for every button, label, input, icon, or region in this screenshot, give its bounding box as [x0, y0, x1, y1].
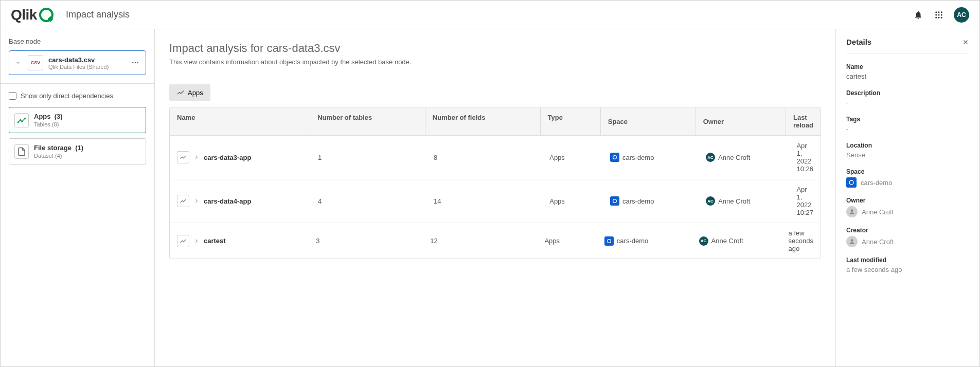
detail-name-label: Name: [846, 63, 969, 70]
row-num-fields: 12: [423, 231, 537, 251]
sidebar-item-label: Apps: [34, 113, 51, 120]
person-icon: [846, 236, 858, 247]
apps-table: Name Number of tables Number of fields T…: [169, 107, 821, 259]
person-icon: [846, 206, 858, 217]
col-num-tables[interactable]: Number of tables: [310, 107, 425, 135]
row-name: cartest: [204, 237, 226, 245]
svg-point-3: [935, 14, 937, 15]
svg-point-10: [135, 62, 136, 64]
col-space[interactable]: Space: [600, 107, 696, 135]
direct-deps-label: Show only direct dependencies: [21, 92, 113, 100]
space-icon: [604, 236, 614, 246]
direct-deps-checkbox[interactable]: [9, 92, 16, 100]
row-num-tables: 3: [309, 231, 423, 251]
sidebar-item-sub: Tables (8): [34, 121, 63, 127]
detail-last-modified-label: Last modified: [846, 256, 969, 264]
svg-point-15: [25, 118, 26, 119]
content-title: Impact analysis for cars-data3.csv: [169, 42, 821, 55]
app-launcher-icon[interactable]: [933, 9, 945, 21]
svg-point-2: [941, 11, 942, 13]
detail-location-value: Sense: [846, 151, 969, 159]
col-num-fields[interactable]: Number of fields: [425, 107, 540, 135]
more-menu-icon[interactable]: [129, 57, 141, 69]
table-row[interactable]: cartest 3 12 Apps cars-demo AC Anne Crof…: [170, 223, 821, 259]
svg-point-18: [607, 239, 611, 243]
tab-label: Apps: [188, 89, 203, 97]
app-row-icon: [177, 151, 189, 163]
chevron-right-icon[interactable]: [193, 238, 200, 244]
detail-space-value: cars-demo: [861, 179, 892, 187]
user-avatar[interactable]: AC: [954, 7, 969, 23]
col-type[interactable]: Type: [540, 107, 600, 135]
table-row[interactable]: cars-data3-app 1 8 Apps cars-demo AC Ann…: [170, 136, 821, 179]
row-last-reload: Apr 1, 2022 10:26: [789, 136, 821, 179]
logo-text: Qlik: [11, 7, 37, 23]
bell-icon[interactable]: [913, 9, 924, 21]
svg-point-4: [938, 14, 940, 15]
detail-owner-label: Owner: [846, 197, 969, 204]
owner-avatar-icon: AC: [699, 236, 708, 246]
svg-point-14: [22, 121, 23, 122]
apps-tab-icon: [176, 88, 185, 97]
topbar: Qlik Impact analysis AC: [1, 1, 979, 29]
base-node-card[interactable]: CSV cars-data3.csv Qlik Data Files (Shar…: [9, 50, 146, 75]
details-panel: Details Name cartest Description - Tags …: [835, 29, 979, 366]
row-type: Apps: [542, 191, 603, 211]
detail-description-value: -: [846, 99, 969, 106]
table-row[interactable]: cars-data4-app 4 14 Apps cars-demo AC An…: [170, 179, 821, 223]
svg-point-0: [935, 11, 937, 13]
col-last-reload[interactable]: Last reload: [786, 107, 821, 135]
detail-description-label: Description: [846, 89, 969, 97]
col-owner[interactable]: Owner: [696, 107, 786, 135]
row-space: cars-demo: [622, 197, 654, 205]
row-num-fields: 14: [426, 191, 542, 211]
svg-point-7: [938, 16, 940, 18]
svg-point-8: [941, 16, 942, 18]
owner-avatar-icon: AC: [706, 196, 715, 206]
svg-point-13: [20, 119, 21, 120]
chevron-right-icon[interactable]: [193, 198, 200, 204]
row-num-tables: 1: [311, 148, 426, 168]
main-content: Impact analysis for cars-data3.csv This …: [155, 29, 835, 366]
row-type: Apps: [542, 148, 603, 168]
detail-tags-label: Tags: [846, 116, 969, 123]
detail-owner-value: Anne Croft: [862, 208, 894, 216]
chevron-right-icon[interactable]: [193, 154, 200, 160]
app-row-icon: [177, 235, 189, 247]
svg-point-21: [849, 180, 853, 185]
svg-point-16: [613, 156, 617, 159]
sidebar-item-sub: Dataset (4): [34, 153, 83, 159]
space-icon: [610, 153, 619, 162]
page-title: Impact analysis: [66, 9, 130, 20]
file-icon: [14, 144, 29, 159]
svg-point-17: [613, 199, 617, 203]
detail-tags-value: -: [846, 125, 969, 133]
row-name: cars-data4-app: [204, 197, 251, 205]
tab-apps[interactable]: Apps: [169, 84, 210, 101]
base-node-label: Base node: [9, 38, 146, 45]
close-icon[interactable]: [962, 39, 969, 46]
sidebar-item-file-storage[interactable]: File storage (1) Dataset (4): [9, 138, 146, 164]
sidebar-item-apps[interactable]: Apps (3) Tables (8): [9, 107, 146, 133]
app-row-icon: [177, 195, 189, 207]
logo[interactable]: Qlik: [11, 7, 54, 23]
detail-location-label: Location: [846, 142, 969, 149]
content-subtitle: This view contains information about obj…: [169, 58, 821, 66]
col-name[interactable]: Name: [170, 107, 310, 135]
detail-last-modified-value: a few seconds ago: [846, 266, 969, 273]
svg-point-22: [851, 209, 853, 212]
detail-creator-value: Anne Croft: [862, 238, 894, 246]
sidebar-item-count: (1): [75, 144, 83, 152]
sidebar-item-count: (3): [55, 113, 63, 120]
base-node-subtitle: Qlik Data Files (Shared): [48, 64, 124, 70]
sidebar: Base node CSV cars-data3.csv Qlik Data F…: [1, 29, 155, 366]
svg-point-9: [132, 62, 134, 64]
chevron-down-icon[interactable]: [13, 60, 23, 66]
row-num-fields: 8: [426, 148, 542, 168]
row-name: cars-data3-app: [204, 154, 251, 161]
svg-point-23: [851, 239, 853, 242]
detail-creator-label: Creator: [846, 227, 969, 234]
row-owner: Anne Croft: [718, 154, 750, 161]
detail-space-label: Space: [846, 168, 969, 175]
row-owner: Anne Croft: [718, 197, 750, 205]
